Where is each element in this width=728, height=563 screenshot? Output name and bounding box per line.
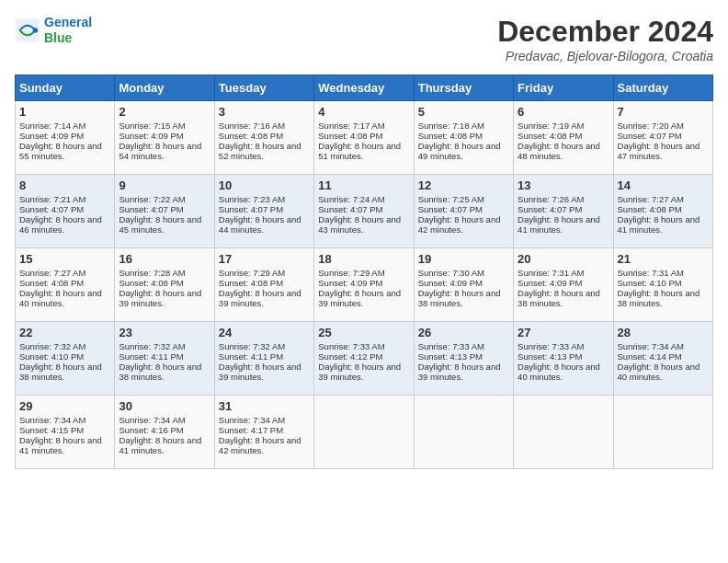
day-number: 8: [19, 178, 110, 192]
sunrise-text: Sunrise: 7:20 AM: [618, 121, 684, 131]
sunset-text: Sunset: 4:07 PM: [19, 204, 84, 214]
day-number: 9: [119, 178, 210, 192]
daylight-text: Daylight: 8 hours and 38 minutes.: [418, 288, 501, 308]
calendar-cell: 20Sunrise: 7:31 AMSunset: 4:09 PMDayligh…: [514, 248, 613, 322]
sunrise-text: Sunrise: 7:29 AM: [219, 268, 285, 278]
day-number: 13: [518, 178, 609, 192]
sunset-text: Sunset: 4:10 PM: [618, 278, 682, 288]
calendar-cell: 29Sunrise: 7:34 AMSunset: 4:15 PMDayligh…: [16, 396, 115, 469]
sunrise-text: Sunrise: 7:30 AM: [418, 268, 484, 278]
daylight-text: Daylight: 8 hours and 41 minutes.: [19, 435, 102, 455]
sunset-text: Sunset: 4:09 PM: [119, 131, 183, 141]
sunset-text: Sunset: 4:09 PM: [318, 278, 382, 288]
calendar-cell: 23Sunrise: 7:32 AMSunset: 4:11 PMDayligh…: [115, 322, 214, 396]
calendar-week-3: 15Sunrise: 7:27 AMSunset: 4:08 PMDayligh…: [16, 248, 713, 322]
sunset-text: Sunset: 4:08 PM: [318, 131, 382, 141]
sunset-text: Sunset: 4:09 PM: [19, 131, 84, 141]
sunrise-text: Sunrise: 7:16 AM: [219, 121, 285, 131]
daylight-text: Daylight: 8 hours and 54 minutes.: [119, 141, 201, 161]
daylight-text: Daylight: 8 hours and 40 minutes.: [618, 362, 700, 382]
sunrise-text: Sunrise: 7:23 AM: [219, 194, 285, 204]
calendar-cell: 17Sunrise: 7:29 AMSunset: 4:08 PMDayligh…: [214, 248, 313, 322]
day-number: 25: [318, 326, 409, 339]
sunset-text: Sunset: 4:11 PM: [119, 351, 183, 362]
sunset-text: Sunset: 4:11 PM: [219, 351, 283, 362]
sunset-text: Sunset: 4:09 PM: [518, 278, 582, 288]
daylight-text: Daylight: 8 hours and 45 minutes.: [119, 214, 201, 235]
day-number: 1: [19, 105, 110, 119]
title-block: December 2024 Predavac, Bjelovar-Bilogor…: [497, 15, 713, 63]
sunrise-text: Sunrise: 7:34 AM: [119, 415, 185, 425]
sunrise-text: Sunrise: 7:24 AM: [318, 194, 384, 204]
calendar-week-2: 8Sunrise: 7:21 AMSunset: 4:07 PMDaylight…: [16, 175, 713, 248]
day-number: 22: [19, 326, 110, 339]
sunrise-text: Sunrise: 7:19 AM: [518, 121, 584, 131]
calendar-cell: 24Sunrise: 7:32 AMSunset: 4:11 PMDayligh…: [214, 322, 313, 396]
sunset-text: Sunset: 4:08 PM: [418, 131, 483, 141]
calendar-cell: 2Sunrise: 7:15 AMSunset: 4:09 PMDaylight…: [115, 101, 214, 175]
calendar-cell: 9Sunrise: 7:22 AMSunset: 4:07 PMDaylight…: [115, 175, 214, 248]
sunrise-text: Sunrise: 7:25 AM: [418, 194, 484, 204]
sunset-text: Sunset: 4:07 PM: [618, 131, 682, 141]
sunrise-text: Sunrise: 7:33 AM: [318, 341, 384, 351]
daylight-text: Daylight: 8 hours and 39 minutes.: [119, 288, 201, 308]
daylight-text: Daylight: 8 hours and 42 minutes.: [219, 435, 301, 455]
calendar-cell: 16Sunrise: 7:28 AMSunset: 4:08 PMDayligh…: [115, 248, 214, 322]
calendar-cell: 25Sunrise: 7:33 AMSunset: 4:12 PMDayligh…: [314, 322, 414, 396]
sunset-text: Sunset: 4:16 PM: [119, 425, 183, 435]
sunset-text: Sunset: 4:07 PM: [219, 204, 283, 214]
page-header: General Blue December 2024 Predavac, Bje…: [15, 15, 713, 63]
daylight-text: Daylight: 8 hours and 41 minutes.: [119, 435, 201, 455]
daylight-text: Daylight: 8 hours and 41 minutes.: [618, 214, 700, 235]
daylight-text: Daylight: 8 hours and 39 minutes.: [318, 288, 401, 308]
sunset-text: Sunset: 4:13 PM: [518, 351, 582, 362]
header-sunday: Sunday: [16, 75, 115, 101]
month-title: December 2024: [497, 15, 713, 49]
logo-text: General Blue: [44, 15, 92, 46]
calendar-cell: [314, 396, 414, 469]
sunrise-text: Sunrise: 7:15 AM: [119, 121, 185, 131]
daylight-text: Daylight: 8 hours and 39 minutes.: [219, 362, 301, 382]
header-friday: Friday: [514, 75, 613, 101]
sunset-text: Sunset: 4:07 PM: [318, 204, 382, 214]
daylight-text: Daylight: 8 hours and 40 minutes.: [19, 288, 102, 308]
day-number: 11: [318, 178, 409, 192]
day-number: 3: [219, 105, 310, 119]
daylight-text: Daylight: 8 hours and 43 minutes.: [318, 214, 401, 235]
calendar-cell: 22Sunrise: 7:32 AMSunset: 4:10 PMDayligh…: [16, 322, 115, 396]
calendar-cell: [613, 396, 712, 469]
calendar-cell: 21Sunrise: 7:31 AMSunset: 4:10 PMDayligh…: [613, 248, 712, 322]
svg-point-1: [33, 28, 39, 33]
day-number: 2: [119, 105, 210, 119]
daylight-text: Daylight: 8 hours and 48 minutes.: [518, 141, 600, 161]
sunrise-text: Sunrise: 7:34 AM: [219, 415, 285, 425]
sunrise-text: Sunrise: 7:33 AM: [518, 341, 584, 351]
sunrise-text: Sunrise: 7:34 AM: [618, 341, 684, 351]
daylight-text: Daylight: 8 hours and 39 minutes.: [219, 288, 301, 308]
day-number: 19: [418, 252, 509, 266]
sunrise-text: Sunrise: 7:27 AM: [618, 194, 684, 204]
calendar-cell: 31Sunrise: 7:34 AMSunset: 4:17 PMDayligh…: [214, 396, 313, 469]
day-number: 31: [219, 399, 310, 413]
calendar-cell: 3Sunrise: 7:16 AMSunset: 4:08 PMDaylight…: [214, 101, 313, 175]
sunrise-text: Sunrise: 7:21 AM: [19, 194, 85, 204]
sunrise-text: Sunrise: 7:14 AM: [19, 121, 85, 131]
sunrise-text: Sunrise: 7:27 AM: [19, 268, 85, 278]
daylight-text: Daylight: 8 hours and 40 minutes.: [518, 362, 600, 382]
day-number: 16: [119, 252, 210, 266]
day-number: 15: [19, 252, 110, 266]
calendar-cell: 18Sunrise: 7:29 AMSunset: 4:09 PMDayligh…: [314, 248, 414, 322]
day-number: 24: [219, 326, 310, 339]
sunset-text: Sunset: 4:08 PM: [219, 278, 283, 288]
calendar-week-4: 22Sunrise: 7:32 AMSunset: 4:10 PMDayligh…: [16, 322, 713, 396]
calendar-cell: 10Sunrise: 7:23 AMSunset: 4:07 PMDayligh…: [214, 175, 313, 248]
calendar-cell: [414, 396, 513, 469]
sunset-text: Sunset: 4:07 PM: [518, 204, 582, 214]
calendar-cell: 15Sunrise: 7:27 AMSunset: 4:08 PMDayligh…: [16, 248, 115, 322]
sunset-text: Sunset: 4:07 PM: [418, 204, 483, 214]
calendar-week-1: 1Sunrise: 7:14 AMSunset: 4:09 PMDaylight…: [16, 101, 713, 175]
daylight-text: Daylight: 8 hours and 49 minutes.: [418, 141, 501, 161]
calendar-cell: 14Sunrise: 7:27 AMSunset: 4:08 PMDayligh…: [613, 175, 712, 248]
sunset-text: Sunset: 4:08 PM: [119, 278, 183, 288]
day-number: 6: [518, 105, 609, 119]
